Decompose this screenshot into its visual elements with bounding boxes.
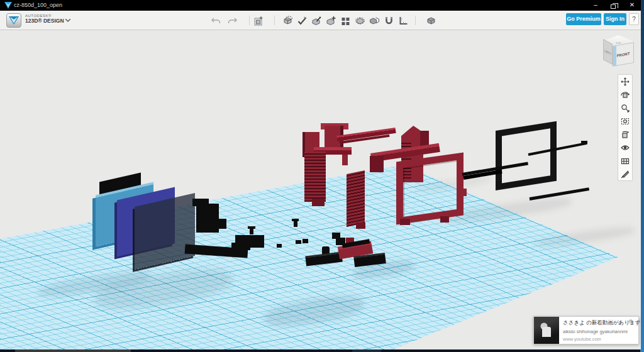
orbit-icon: [621, 91, 630, 99]
viewport[interactable]: TOP LEFT FRONT: [0, 30, 644, 349]
video-thumbnail[interactable]: [534, 317, 559, 344]
part-back-frame-red[interactable]: [396, 152, 464, 224]
tool-insert-primitive[interactable]: [253, 15, 264, 26]
part-screw[interactable]: [250, 228, 253, 234]
taskbar-segment: [15, 349, 131, 352]
part-grille-foot[interactable]: [312, 199, 325, 206]
zoom-window-button[interactable]: [618, 114, 632, 128]
app-logo[interactable]: [6, 13, 21, 28]
toolbar-separator: [274, 16, 275, 25]
insert-primitive-icon: [253, 16, 264, 26]
notification-body: ささきよ の新着動画があります aikido shihonage gyakuha…: [559, 317, 643, 344]
part-ribbed-plate[interactable]: [347, 170, 365, 227]
part-rod-upper-hook[interactable]: [581, 141, 587, 144]
look-at-button[interactable]: [618, 128, 632, 141]
part-shell-leg[interactable]: [342, 155, 348, 165]
look-at-icon: [621, 130, 630, 139]
grid-toggle-button[interactable]: [618, 154, 632, 167]
view-cube-top-label: TOP: [616, 41, 621, 45]
thumbnail-figure: [542, 327, 551, 337]
toolbar-separator: [249, 16, 250, 25]
zoom-window-icon: [621, 117, 630, 126]
3d-print-icon: [426, 16, 436, 26]
tool-sketch[interactable]: [296, 15, 308, 26]
modify-icon: [326, 16, 336, 26]
notification-url: www.youtube.com: [563, 336, 640, 342]
chevron-down-icon[interactable]: [65, 19, 70, 22]
part-button[interactable]: [303, 239, 308, 243]
gear-icon[interactable]: ⚙: [628, 319, 633, 324]
measure-icon: [398, 16, 409, 26]
part-ribbed-plate-foot[interactable]: [356, 223, 365, 229]
view-cube-highlight: [613, 46, 616, 66]
pan-icon: [621, 77, 630, 86]
taskbar-sliver[interactable]: [0, 349, 644, 352]
primitives-icon: [282, 16, 293, 26]
view-cube-front[interactable]: FRONT: [613, 42, 634, 67]
zoom-button[interactable]: [618, 101, 632, 114]
toolbar-separator: [415, 16, 416, 25]
hide-show-button[interactable]: [618, 141, 632, 154]
view-cube-left[interactable]: LEFT: [603, 39, 613, 65]
sign-in-button[interactable]: Sign In: [604, 13, 626, 25]
navigation-palette: [618, 74, 633, 181]
part-button[interactable]: [296, 240, 301, 244]
part-black-frame[interactable]: [496, 121, 557, 190]
snap-icon: [384, 16, 394, 26]
tool-measure[interactable]: [397, 15, 409, 26]
part-grille[interactable]: [304, 151, 326, 202]
brand-line2: 123D® DESIGN: [25, 18, 64, 24]
title-bar: cz-850d_100_open – ✕: [0, 0, 644, 11]
zoom-icon: [621, 104, 630, 113]
part-top-beam-end[interactable]: [370, 156, 384, 172]
tool-modify[interactable]: [325, 15, 336, 26]
tool-grouping[interactable]: [354, 15, 365, 26]
minimize-button[interactable]: –: [587, 0, 604, 11]
view-cube[interactable]: TOP LEFT FRONT: [601, 35, 636, 69]
undo-button[interactable]: [210, 15, 221, 26]
tool-combine[interactable]: [369, 15, 380, 26]
go-premium-button[interactable]: Go Premium: [566, 13, 601, 25]
part-bracket[interactable]: [211, 219, 226, 229]
redo-button[interactable]: [226, 15, 238, 26]
restore-button[interactable]: [605, 0, 621, 11]
sketch-icon: [297, 16, 308, 26]
restore-icon: [611, 4, 616, 9]
pan-button[interactable]: [618, 75, 632, 88]
tool-pattern[interactable]: [340, 15, 351, 26]
part-screw[interactable]: [294, 220, 297, 227]
taskbar-segment: [352, 349, 381, 352]
grouping-icon: [355, 16, 365, 26]
close-button[interactable]: ✕: [624, 0, 640, 11]
brand-text: AUTODESK® 123D® DESIGN: [25, 14, 64, 24]
part-frame-foot[interactable]: [400, 219, 410, 225]
part-button[interactable]: [277, 244, 282, 248]
part-frame-foot[interactable]: [440, 216, 449, 223]
screen-edge-strip: [641, 0, 644, 352]
grid-icon: [621, 157, 630, 165]
redo-icon: [228, 17, 237, 25]
tool-primitives[interactable]: [282, 15, 293, 26]
tool-3d-print[interactable]: [425, 15, 436, 26]
pattern-icon: [340, 16, 351, 26]
tool-snap[interactable]: [383, 15, 394, 26]
material-button[interactable]: [618, 167, 632, 180]
undo-icon: [211, 17, 221, 25]
help-button[interactable]: ?: [629, 13, 639, 25]
tool-construct[interactable]: [311, 15, 322, 26]
notification-subtitle: aikido shihonage gyakuhannmi: [563, 329, 640, 334]
part-arm-foot[interactable]: [231, 243, 250, 250]
construct-icon: [311, 16, 322, 26]
notification-popup[interactable]: ささきよ の新着動画があります aikido shihonage gyakuha…: [533, 316, 639, 344]
eye-icon: [621, 143, 630, 152]
part-frame-tab[interactable]: [458, 189, 467, 196]
main-toolbar: AUTODESK® 123D® DESIGN: [0, 11, 644, 30]
material-icon: [621, 170, 630, 179]
app-icon: [4, 2, 12, 9]
window-title: cz-850d_100_open: [14, 2, 62, 8]
combine-icon: [369, 16, 380, 26]
notification-close-icon[interactable]: ✕: [636, 319, 641, 324]
orbit-button[interactable]: [618, 88, 632, 101]
view-cube-front-label: FRONT: [617, 52, 630, 58]
